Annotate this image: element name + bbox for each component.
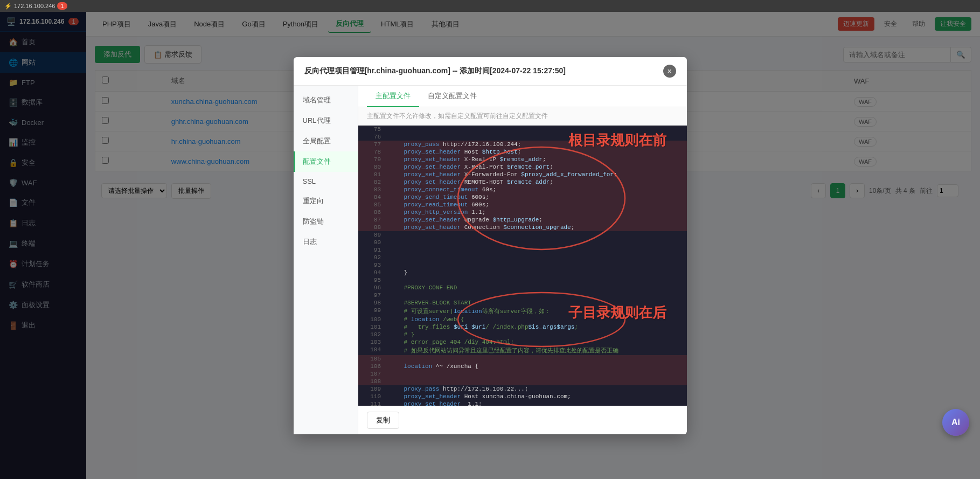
line-number: 94 <box>358 269 386 276</box>
code-line: 85 proxy_read_timeout 600s; <box>358 201 687 209</box>
modal-nav-log[interactable]: 日志 <box>294 232 358 252</box>
line-code <box>385 239 686 246</box>
code-line: 110 proxy_set_header Host xuncha.china-g… <box>358 393 687 400</box>
modal-main: 主配置文件 自定义配置文件 主配置文件不允许修改，如需自定义配置可前往自定义配置… <box>358 86 687 434</box>
modal-sidebar: 域名管理 URL代理 全局配置 配置文件 SSL 重定向 防盗链 日志 <box>294 86 358 434</box>
browser-favicon: ⚡ <box>4 3 12 10</box>
line-code <box>385 261 686 269</box>
browser-bar: ⚡ 172.16.100.246 1 <box>0 0 980 12</box>
line-code <box>385 231 686 239</box>
tab-main-config[interactable]: 主配置文件 <box>367 86 419 107</box>
code-line: 90 <box>358 239 687 246</box>
line-number: 89 <box>358 231 386 239</box>
code-line: 93 <box>358 261 687 269</box>
code-line: 75 <box>358 126 687 133</box>
line-code: location ^~ /xuncha { <box>385 363 686 370</box>
line-number: 83 <box>358 186 386 193</box>
line-code: # 如果反代网站访问异常且这里已经配置了内容，请优先排查此处的配置是否正确 <box>385 346 686 355</box>
line-code: proxy_set_header 1.1; <box>385 400 686 406</box>
ai-label: Ai <box>951 418 960 427</box>
ai-button[interactable]: Ai <box>942 409 969 436</box>
browser-badge: 1 <box>57 2 67 10</box>
modal-nav-domain[interactable]: 域名管理 <box>294 90 358 110</box>
code-line: 102 # } <box>358 331 687 338</box>
code-line: 77 proxy_pass http://172.16.100.244; <box>358 141 687 148</box>
line-code <box>385 133 686 141</box>
modal-nav-config[interactable]: 配置文件 <box>294 151 358 172</box>
line-code: proxy_set_header Host $http_host; <box>385 148 686 156</box>
line-number: 109 <box>358 385 386 393</box>
modal-nav-global[interactable]: 全局配置 <box>294 131 358 151</box>
modal-nav-redirect[interactable]: 重定向 <box>294 191 358 211</box>
line-number: 107 <box>358 370 386 378</box>
modal-overlay: 反向代理项目管理[hr.china-guohuan.com] -- 添加时间[2… <box>0 12 980 479</box>
modal-close-button[interactable]: × <box>663 65 676 78</box>
line-code: proxy_connect_timeout 60s; <box>385 186 686 193</box>
line-number: 88 <box>358 224 386 231</box>
modal-header: 反向代理项目管理[hr.china-guohuan.com] -- 添加时间[2… <box>294 57 687 86</box>
line-number: 98 <box>358 299 386 307</box>
code-table: 75 76 77 proxy_pass http://172.16.100.24… <box>358 126 687 406</box>
line-code: proxy_set_header X-Forwarded-For $proxy_… <box>385 171 686 178</box>
line-number: 87 <box>358 216 386 224</box>
line-code: # try_files $uri $uri/ /index.php$is_arg… <box>385 323 686 331</box>
line-number: 81 <box>358 171 386 178</box>
code-line: 80 proxy_set_header X-Real-Port $remote_… <box>358 163 687 171</box>
modal-note: 主配置文件不允许修改，如需自定义配置可前往自定义配置文件 <box>358 107 687 126</box>
line-code: proxy_set_header Upgrade $http_upgrade; <box>385 216 686 224</box>
line-code: proxy_send_timeout 600s; <box>385 193 686 201</box>
line-number: 95 <box>358 276 386 284</box>
modal-nav-ssl[interactable]: SSL <box>294 172 358 191</box>
code-line: 108 <box>358 378 687 385</box>
line-number: 104 <box>358 346 386 355</box>
line-number: 96 <box>358 284 386 291</box>
modal-footer: 复制 <box>358 406 687 434</box>
line-code: proxy_set_header X-Real-Port $remote_por… <box>385 163 686 171</box>
code-line: 103 # error_page 404 /diy_404.html; <box>358 338 687 346</box>
line-number: 76 <box>358 133 386 141</box>
line-code <box>385 378 686 385</box>
line-number: 99 <box>358 307 386 316</box>
line-number: 111 <box>358 400 386 406</box>
line-code: #PROXY-CONF-END <box>385 284 686 291</box>
modal: 反向代理项目管理[hr.china-guohuan.com] -- 添加时间[2… <box>294 57 687 434</box>
code-line: 100 # location /web { <box>358 316 687 323</box>
code-line: 91 <box>358 246 687 254</box>
code-line: 107 <box>358 370 687 378</box>
code-line: 92 <box>358 254 687 261</box>
code-line: 84 proxy_send_timeout 600s; <box>358 193 687 201</box>
code-line: 99 # 可设置server|location等所有server字段，如： <box>358 307 687 316</box>
line-number: 86 <box>358 209 386 216</box>
copy-button[interactable]: 复制 <box>367 412 399 429</box>
line-code <box>385 126 686 133</box>
line-code: proxy_pass http://172.16.100.244; <box>385 141 686 148</box>
code-line: 106 location ^~ /xuncha { <box>358 363 687 370</box>
code-line: 101 # try_files $uri $uri/ /index.php$is… <box>358 323 687 331</box>
line-code: proxy_set_header REMOTE-HOST $remote_add… <box>385 178 686 186</box>
line-number: 108 <box>358 378 386 385</box>
code-area[interactable]: 75 76 77 proxy_pass http://172.16.100.24… <box>358 126 687 406</box>
line-code: # } <box>385 331 686 338</box>
line-code: # error_page 404 /diy_404.html; <box>385 338 686 346</box>
line-number: 110 <box>358 393 386 400</box>
line-code: proxy_set_header X-Real-IP $remote_addr; <box>385 156 686 163</box>
code-line: 94 } <box>358 269 687 276</box>
code-line: 95 <box>358 276 687 284</box>
code-line: 105 <box>358 355 687 363</box>
modal-nav-url[interactable]: URL代理 <box>294 110 358 131</box>
code-line: 86 proxy_http_version 1.1; <box>358 209 687 216</box>
code-line: 104 # 如果反代网站访问异常且这里已经配置了内容，请优先排查此处的配置是否正… <box>358 346 687 355</box>
line-number: 105 <box>358 355 386 363</box>
modal-title: 反向代理项目管理[hr.china-guohuan.com] -- 添加时间[2… <box>304 66 566 76</box>
code-line: 96 #PROXY-CONF-END <box>358 284 687 291</box>
code-line: 88 proxy_set_header Connection $connecti… <box>358 224 687 231</box>
tab-custom-config[interactable]: 自定义配置文件 <box>419 86 485 107</box>
line-number: 102 <box>358 331 386 338</box>
modal-nav-hotlink[interactable]: 防盗链 <box>294 211 358 232</box>
code-line: 78 proxy_set_header Host $http_host; <box>358 148 687 156</box>
line-number: 82 <box>358 178 386 186</box>
line-number: 97 <box>358 291 386 299</box>
line-code: #SERVER-BLOCK START <box>385 299 686 307</box>
code-line: 76 <box>358 133 687 141</box>
modal-body: 域名管理 URL代理 全局配置 配置文件 SSL 重定向 防盗链 日志 主配置文… <box>294 86 687 434</box>
